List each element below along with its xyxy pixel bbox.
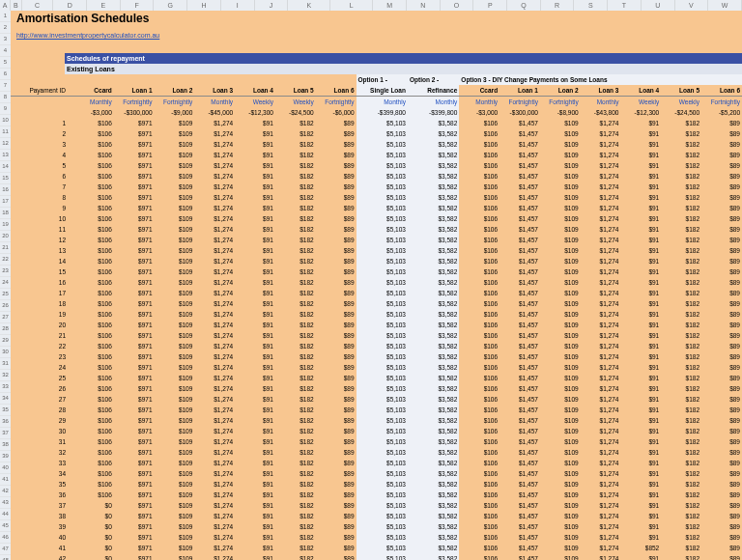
value-cell[interactable]: $0: [73, 543, 114, 553]
row-header-cell[interactable]: 37: [0, 428, 11, 439]
col-name[interactable]: Loan 1: [114, 85, 155, 97]
value-cell[interactable]: $91: [235, 224, 275, 235]
value-cell[interactable]: $106: [459, 543, 499, 553]
value-cell[interactable]: $1,274: [581, 532, 621, 543]
value-cell[interactable]: $971: [114, 426, 155, 436]
value-cell[interactable]: $182: [661, 511, 701, 521]
col-name[interactable]: Loan 2: [540, 85, 581, 97]
value-cell[interactable]: $91: [620, 139, 661, 150]
value-cell[interactable]: $971: [114, 415, 155, 426]
value-cell[interactable]: $89: [701, 192, 742, 203]
value-cell[interactable]: $1,274: [194, 543, 235, 553]
value-cell[interactable]: $5,103: [357, 479, 408, 490]
value-cell[interactable]: $1,274: [194, 521, 235, 532]
value-cell[interactable]: $89: [316, 320, 357, 330]
value-cell[interactable]: $89: [316, 213, 357, 224]
value-cell[interactable]: $109: [155, 139, 195, 150]
value-cell[interactable]: $91: [620, 330, 661, 341]
payment-id[interactable]: 25: [11, 373, 73, 383]
value-cell[interactable]: $91: [235, 128, 275, 139]
value-cell[interactable]: $109: [540, 139, 581, 150]
value-cell[interactable]: $971: [114, 320, 155, 330]
row-header-cell[interactable]: 20: [0, 231, 11, 242]
value-cell[interactable]: $1,274: [581, 277, 621, 288]
value-cell[interactable]: $109: [540, 405, 581, 415]
value-cell[interactable]: $5,103: [357, 309, 408, 320]
value-cell[interactable]: $106: [73, 394, 114, 405]
col-name[interactable]: Loan 4: [235, 85, 275, 97]
value-cell[interactable]: $89: [316, 182, 357, 192]
value-cell[interactable]: $106: [459, 266, 499, 277]
value-cell[interactable]: $1,274: [581, 383, 621, 394]
col-header-cell[interactable]: K: [288, 0, 330, 11]
value-cell[interactable]: $5,103: [357, 330, 408, 341]
value-cell[interactable]: $106: [459, 426, 499, 436]
col-name[interactable]: Loan 1: [499, 85, 540, 97]
value-cell[interactable]: $109: [155, 203, 195, 213]
value-cell[interactable]: $89: [701, 415, 742, 426]
value-cell[interactable]: $182: [661, 171, 701, 182]
value-cell[interactable]: $89: [701, 298, 742, 309]
value-cell[interactable]: $91: [620, 160, 661, 171]
value-cell[interactable]: $91: [235, 192, 275, 203]
value-cell[interactable]: $91: [235, 309, 275, 320]
value-cell[interactable]: $3,582: [408, 511, 459, 521]
value-cell[interactable]: $182: [275, 118, 316, 128]
row-header-cell[interactable]: 23: [0, 266, 11, 277]
value-cell[interactable]: $109: [155, 532, 195, 543]
value-cell[interactable]: $5,103: [357, 532, 408, 543]
value-cell[interactable]: $109: [155, 235, 195, 245]
value-cell[interactable]: $971: [114, 192, 155, 203]
value-cell[interactable]: $106: [73, 490, 114, 500]
value-cell[interactable]: $971: [114, 447, 155, 458]
value-cell[interactable]: $1,457: [499, 468, 540, 479]
col-name[interactable]: Loan 3: [194, 85, 235, 97]
value-cell[interactable]: $91: [235, 256, 275, 266]
value-cell[interactable]: $109: [540, 553, 581, 560]
value-cell[interactable]: $3,582: [408, 521, 459, 532]
value-cell[interactable]: $971: [114, 118, 155, 128]
value-cell[interactable]: $109: [540, 128, 581, 139]
value-cell[interactable]: $1,274: [581, 298, 621, 309]
value-cell[interactable]: $109: [155, 182, 195, 192]
value-cell[interactable]: $182: [275, 192, 316, 203]
value-cell[interactable]: $109: [540, 160, 581, 171]
payment-id[interactable]: 29: [11, 415, 73, 426]
value-cell[interactable]: $106: [459, 203, 499, 213]
value-cell[interactable]: $106: [459, 458, 499, 468]
value-cell[interactable]: $89: [316, 245, 357, 256]
value-cell[interactable]: $1,274: [194, 405, 235, 415]
value-cell[interactable]: $89: [316, 553, 357, 560]
row-header-cell[interactable]: 33: [0, 381, 11, 393]
value-cell[interactable]: $106: [459, 405, 499, 415]
value-cell[interactable]: $109: [540, 256, 581, 266]
value-cell[interactable]: $182: [275, 245, 316, 256]
value-cell[interactable]: $1,274: [581, 192, 621, 203]
value-cell[interactable]: $1,457: [499, 309, 540, 320]
value-cell[interactable]: $106: [73, 373, 114, 383]
value-cell[interactable]: $109: [540, 521, 581, 532]
value-cell[interactable]: $109: [155, 118, 195, 128]
value-cell[interactable]: $1,274: [581, 245, 621, 256]
value-cell[interactable]: $182: [661, 532, 701, 543]
value-cell[interactable]: $182: [661, 426, 701, 436]
value-cell[interactable]: $106: [459, 521, 499, 532]
value-cell[interactable]: $1,274: [581, 468, 621, 479]
value-cell[interactable]: $91: [235, 118, 275, 128]
value-cell[interactable]: $5,103: [357, 405, 408, 415]
value-cell[interactable]: $109: [540, 203, 581, 213]
value-cell[interactable]: $106: [459, 139, 499, 150]
value-cell[interactable]: $1,274: [581, 213, 621, 224]
value-cell[interactable]: $5,103: [357, 182, 408, 192]
value-cell[interactable]: $3,582: [408, 405, 459, 415]
value-cell[interactable]: $1,274: [581, 139, 621, 150]
row-header-cell[interactable]: 1: [0, 11, 11, 22]
value-cell[interactable]: $109: [540, 362, 581, 373]
row-header-cell[interactable]: 10: [0, 115, 11, 126]
value-cell[interactable]: $89: [701, 511, 742, 521]
value-cell[interactable]: $91: [235, 479, 275, 490]
value-cell[interactable]: $106: [459, 351, 499, 362]
value-cell[interactable]: $109: [155, 171, 195, 182]
value-cell[interactable]: $89: [316, 415, 357, 426]
value-cell[interactable]: $3,582: [408, 383, 459, 394]
